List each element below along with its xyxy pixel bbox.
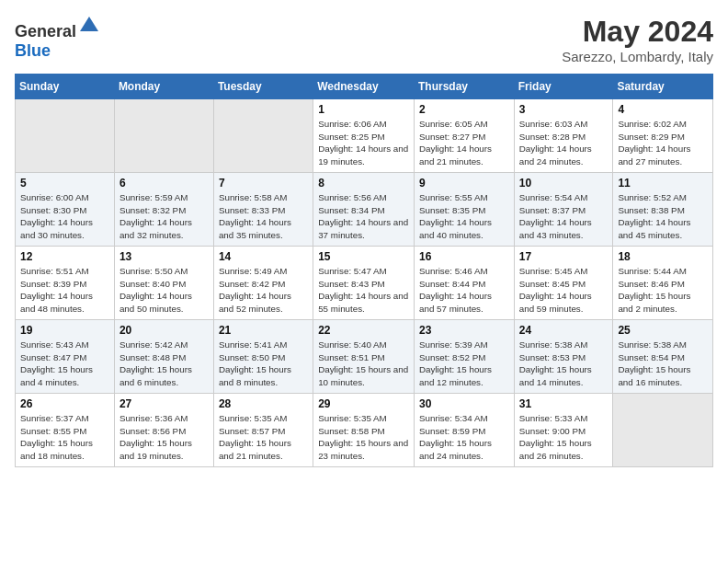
calendar-week-row: 12Sunrise: 5:51 AM Sunset: 8:39 PM Dayli… — [16, 247, 713, 320]
calendar-cell: 8Sunrise: 5:56 AM Sunset: 8:34 PM Daylig… — [313, 173, 415, 247]
calendar-cell: 7Sunrise: 5:58 AM Sunset: 8:33 PM Daylig… — [213, 173, 313, 247]
day-number: 18 — [618, 250, 708, 263]
cell-info: Sunrise: 5:45 AM Sunset: 8:45 PM Dayligh… — [519, 265, 609, 316]
calendar-cell: 27Sunrise: 5:36 AM Sunset: 8:56 PM Dayli… — [114, 394, 213, 467]
calendar-cell: 21Sunrise: 5:41 AM Sunset: 8:50 PM Dayli… — [213, 320, 313, 394]
day-number: 28 — [219, 397, 308, 410]
logo-icon — [78, 15, 100, 37]
day-number: 21 — [219, 324, 308, 337]
cell-info: Sunrise: 5:54 AM Sunset: 8:37 PM Dayligh… — [519, 191, 609, 242]
calendar-cell: 18Sunrise: 5:44 AM Sunset: 8:46 PM Dayli… — [613, 247, 713, 320]
calendar-week-row: 1Sunrise: 6:06 AM Sunset: 8:25 PM Daylig… — [16, 99, 713, 173]
weekday-header-thursday: Thursday — [415, 75, 515, 99]
subtitle: Sarezzo, Lombardy, Italy — [562, 49, 713, 64]
calendar-week-row: 26Sunrise: 5:37 AM Sunset: 8:55 PM Dayli… — [16, 394, 713, 467]
calendar-cell: 11Sunrise: 5:52 AM Sunset: 8:38 PM Dayli… — [613, 173, 713, 247]
cell-info: Sunrise: 5:41 AM Sunset: 8:50 PM Dayligh… — [219, 339, 308, 389]
day-number: 4 — [618, 103, 708, 116]
day-number: 16 — [419, 250, 509, 263]
calendar-cell: 30Sunrise: 5:34 AM Sunset: 8:59 PM Dayli… — [415, 394, 515, 467]
cell-info: Sunrise: 5:50 AM Sunset: 8:40 PM Dayligh… — [119, 265, 209, 316]
weekday-header-row: SundayMondayTuesdayWednesdayThursdayFrid… — [16, 75, 713, 99]
calendar-body: 1Sunrise: 6:06 AM Sunset: 8:25 PM Daylig… — [16, 99, 713, 467]
cell-info: Sunrise: 5:34 AM Sunset: 8:59 PM Dayligh… — [419, 412, 509, 463]
calendar-cell — [213, 99, 313, 173]
cell-info: Sunrise: 5:36 AM Sunset: 8:56 PM Dayligh… — [119, 412, 209, 463]
calendar-cell: 9Sunrise: 5:55 AM Sunset: 8:35 PM Daylig… — [415, 173, 515, 247]
cell-info: Sunrise: 6:03 AM Sunset: 8:28 PM Dayligh… — [519, 118, 609, 168]
day-number: 14 — [219, 250, 308, 263]
logo-general: General — [15, 22, 76, 40]
day-number: 15 — [318, 250, 409, 263]
calendar-cell: 23Sunrise: 5:39 AM Sunset: 8:52 PM Dayli… — [415, 320, 515, 394]
calendar-cell — [114, 99, 213, 173]
day-number: 13 — [119, 250, 209, 263]
cell-info: Sunrise: 5:44 AM Sunset: 8:46 PM Dayligh… — [618, 265, 708, 316]
page-header: General Blue May 2024 Sarezzo, Lombardy,… — [15, 15, 713, 64]
weekday-header-wednesday: Wednesday — [313, 75, 415, 99]
calendar-cell: 26Sunrise: 5:37 AM Sunset: 8:55 PM Dayli… — [16, 394, 115, 467]
day-number: 24 — [519, 324, 609, 337]
cell-info: Sunrise: 5:49 AM Sunset: 8:42 PM Dayligh… — [219, 265, 308, 316]
cell-info: Sunrise: 5:42 AM Sunset: 8:48 PM Dayligh… — [119, 339, 209, 389]
calendar-cell: 19Sunrise: 5:43 AM Sunset: 8:47 PM Dayli… — [16, 320, 115, 394]
cell-info: Sunrise: 5:39 AM Sunset: 8:52 PM Dayligh… — [419, 339, 509, 389]
calendar-cell: 4Sunrise: 6:02 AM Sunset: 8:29 PM Daylig… — [613, 99, 713, 173]
day-number: 19 — [20, 324, 109, 337]
calendar-cell: 6Sunrise: 5:59 AM Sunset: 8:32 PM Daylig… — [114, 173, 213, 247]
main-title: May 2024 — [562, 15, 713, 49]
calendar-cell: 31Sunrise: 5:33 AM Sunset: 9:00 PM Dayli… — [514, 394, 613, 467]
calendar-cell: 24Sunrise: 5:38 AM Sunset: 8:53 PM Dayli… — [514, 320, 613, 394]
cell-info: Sunrise: 5:33 AM Sunset: 9:00 PM Dayligh… — [519, 412, 609, 463]
cell-info: Sunrise: 5:38 AM Sunset: 8:53 PM Dayligh… — [519, 339, 609, 389]
day-number: 7 — [219, 177, 308, 190]
svg-marker-0 — [80, 17, 98, 31]
calendar-cell: 22Sunrise: 5:40 AM Sunset: 8:51 PM Dayli… — [313, 320, 415, 394]
day-number: 2 — [419, 103, 509, 116]
logo-blue: Blue — [15, 41, 51, 60]
cell-info: Sunrise: 5:40 AM Sunset: 8:51 PM Dayligh… — [318, 339, 409, 389]
calendar-cell: 15Sunrise: 5:47 AM Sunset: 8:43 PM Dayli… — [313, 247, 415, 320]
cell-info: Sunrise: 6:00 AM Sunset: 8:30 PM Dayligh… — [20, 191, 109, 242]
calendar-cell: 1Sunrise: 6:06 AM Sunset: 8:25 PM Daylig… — [313, 99, 415, 173]
cell-info: Sunrise: 5:46 AM Sunset: 8:44 PM Dayligh… — [419, 265, 509, 316]
calendar-cell — [16, 99, 115, 173]
day-number: 1 — [318, 103, 409, 116]
cell-info: Sunrise: 5:55 AM Sunset: 8:35 PM Dayligh… — [419, 191, 509, 242]
calendar-cell: 29Sunrise: 5:35 AM Sunset: 8:58 PM Dayli… — [313, 394, 415, 467]
calendar-week-row: 5Sunrise: 6:00 AM Sunset: 8:30 PM Daylig… — [16, 173, 713, 247]
cell-info: Sunrise: 5:35 AM Sunset: 8:57 PM Dayligh… — [219, 412, 308, 463]
day-number: 17 — [519, 250, 609, 263]
calendar-cell: 17Sunrise: 5:45 AM Sunset: 8:45 PM Dayli… — [514, 247, 613, 320]
day-number: 6 — [119, 177, 209, 190]
day-number: 12 — [20, 250, 109, 263]
calendar-cell: 2Sunrise: 6:05 AM Sunset: 8:27 PM Daylig… — [415, 99, 515, 173]
calendar-cell: 5Sunrise: 6:00 AM Sunset: 8:30 PM Daylig… — [16, 173, 115, 247]
weekday-header-tuesday: Tuesday — [213, 75, 313, 99]
day-number: 22 — [318, 324, 409, 337]
title-block: May 2024 Sarezzo, Lombardy, Italy — [562, 15, 713, 64]
day-number: 31 — [519, 397, 609, 410]
calendar-cell: 20Sunrise: 5:42 AM Sunset: 8:48 PM Dayli… — [114, 320, 213, 394]
cell-info: Sunrise: 5:37 AM Sunset: 8:55 PM Dayligh… — [20, 412, 109, 463]
day-number: 20 — [119, 324, 209, 337]
cell-info: Sunrise: 5:51 AM Sunset: 8:39 PM Dayligh… — [20, 265, 109, 316]
calendar-cell: 10Sunrise: 5:54 AM Sunset: 8:37 PM Dayli… — [514, 173, 613, 247]
calendar-cell: 14Sunrise: 5:49 AM Sunset: 8:42 PM Dayli… — [213, 247, 313, 320]
calendar-cell: 28Sunrise: 5:35 AM Sunset: 8:57 PM Dayli… — [213, 394, 313, 467]
cell-info: Sunrise: 5:43 AM Sunset: 8:47 PM Dayligh… — [20, 339, 109, 389]
calendar-cell — [613, 394, 713, 467]
calendar-cell: 3Sunrise: 6:03 AM Sunset: 8:28 PM Daylig… — [514, 99, 613, 173]
day-number: 25 — [618, 324, 708, 337]
calendar-cell: 12Sunrise: 5:51 AM Sunset: 8:39 PM Dayli… — [16, 247, 115, 320]
weekday-header-monday: Monday — [114, 75, 213, 99]
day-number: 11 — [618, 177, 708, 190]
day-number: 26 — [20, 397, 109, 410]
day-number: 27 — [119, 397, 209, 410]
weekday-header-saturday: Saturday — [613, 75, 713, 99]
cell-info: Sunrise: 6:06 AM Sunset: 8:25 PM Dayligh… — [318, 118, 409, 168]
logo-text: General Blue — [15, 15, 100, 61]
cell-info: Sunrise: 5:47 AM Sunset: 8:43 PM Dayligh… — [318, 265, 409, 316]
day-number: 29 — [318, 397, 409, 410]
calendar-cell: 16Sunrise: 5:46 AM Sunset: 8:44 PM Dayli… — [415, 247, 515, 320]
